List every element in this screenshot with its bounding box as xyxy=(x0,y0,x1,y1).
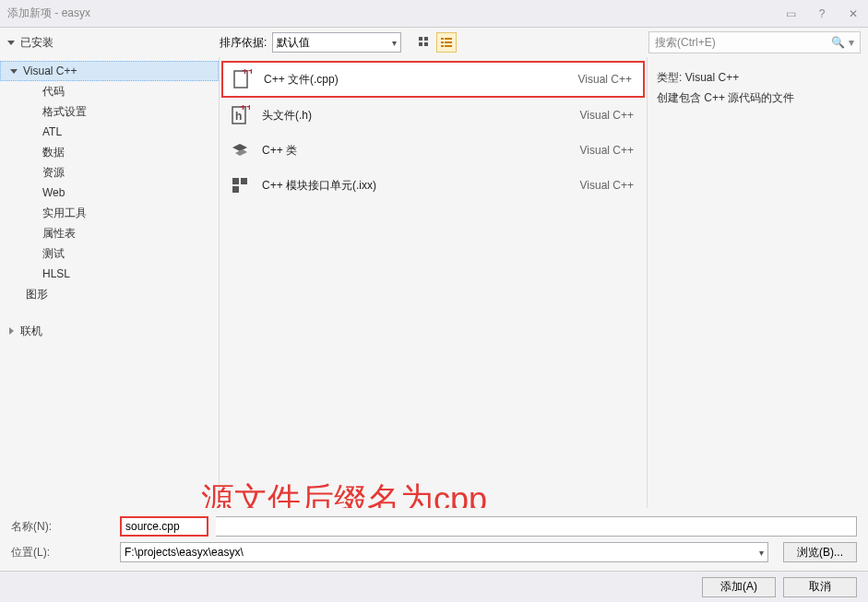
footer: 添加(A) 取消 xyxy=(0,571,868,602)
location-label: 位置(L): xyxy=(11,545,113,561)
cancel-button[interactable]: 取消 xyxy=(783,577,857,597)
tree-node-utility[interactable]: 实用工具 xyxy=(0,203,219,223)
svg-rect-1 xyxy=(424,37,428,41)
item-name: 头文件(.h) xyxy=(262,108,569,124)
svg-rect-5 xyxy=(445,38,452,40)
name-input-ext[interactable] xyxy=(216,516,857,537)
name-input[interactable] xyxy=(120,516,208,537)
tree-node-atl[interactable]: ATL xyxy=(0,122,219,142)
tree-node-data[interactable]: 数据 xyxy=(0,142,219,162)
svg-rect-9 xyxy=(445,45,452,47)
chevron-down-icon: ▾ xyxy=(392,38,397,48)
installed-label: 已安装 xyxy=(20,35,54,51)
svg-rect-15 xyxy=(232,178,239,184)
svg-rect-8 xyxy=(441,45,444,47)
tree-node-property[interactable]: 属性表 xyxy=(0,223,219,243)
name-label: 名称(N): xyxy=(11,519,113,535)
header-file-icon: h++ xyxy=(229,104,251,126)
installed-header[interactable]: 已安装 xyxy=(7,35,220,51)
search-dropdown-icon[interactable]: ▾ xyxy=(849,36,854,49)
grid-icon xyxy=(418,36,431,49)
tree-node-resource[interactable]: 资源 xyxy=(0,162,219,183)
chevron-down-icon xyxy=(10,69,18,74)
list-item-module[interactable]: C++ 模块接口单元(.ixx) Visual C++ xyxy=(221,168,645,203)
tree-node-hlsl[interactable]: HLSL xyxy=(0,264,219,284)
chevron-down-icon: ▾ xyxy=(759,548,764,558)
form-area: 名称(N): 位置(L): F:\projects\easyx\easyx\ ▾… xyxy=(0,508,868,571)
tree-label: 属性表 xyxy=(42,226,76,242)
tree-node-web[interactable]: Web xyxy=(0,183,219,203)
titlebar: 添加新项 - easyx ▭ ? ✕ xyxy=(0,0,868,28)
tree-node-online[interactable]: 联机 xyxy=(0,321,219,341)
template-list: ++ C++ 文件(.cpp) Visual C++ h++ 头文件(.h) V… xyxy=(220,57,647,509)
module-icon xyxy=(229,174,251,196)
chevron-right-icon xyxy=(9,327,14,335)
sidebar: Visual C++ 代码 格式设置 ATL 数据 资源 Web 实用工具 属性… xyxy=(0,57,220,509)
sort-area: 排序依据: 默认值 ▾ xyxy=(220,32,457,53)
browse-button[interactable]: 浏览(B)... xyxy=(783,542,857,562)
item-lang: Visual C++ xyxy=(578,73,632,86)
svg-text:++: ++ xyxy=(242,69,252,77)
tree-label: 格式设置 xyxy=(42,104,87,120)
tree-label: HLSL xyxy=(42,267,70,280)
tree-label: 资源 xyxy=(42,165,65,181)
list-item-cpp-file[interactable]: ++ C++ 文件(.cpp) Visual C++ xyxy=(221,61,645,98)
tree-node-code[interactable]: 代码 xyxy=(0,81,219,101)
tree-node-graphics[interactable]: 图形 xyxy=(0,284,219,304)
svg-rect-0 xyxy=(419,37,422,41)
tree-label: ATL xyxy=(42,125,62,138)
close-icon[interactable]: ✕ xyxy=(846,7,861,20)
tree-label: 数据 xyxy=(42,145,65,160)
toolbar: 已安装 排序依据: 默认值 ▾ 搜索(Ctrl+E) 🔍 ▾ xyxy=(0,28,868,57)
svg-rect-3 xyxy=(424,42,428,46)
list-icon xyxy=(440,36,453,49)
svg-rect-6 xyxy=(441,41,444,43)
svg-rect-17 xyxy=(232,186,239,193)
main-area: Visual C++ 代码 格式设置 ATL 数据 资源 Web 实用工具 属性… xyxy=(0,57,868,509)
cpp-file-icon: ++ xyxy=(231,68,253,90)
sort-select[interactable]: 默认值 ▾ xyxy=(272,32,401,53)
window-title: 添加新项 - easyx xyxy=(7,6,783,21)
restore-icon[interactable]: ▭ xyxy=(783,7,798,20)
type-row: 类型: Visual C++ xyxy=(657,68,859,89)
item-name: C++ 模块接口单元(.ixx) xyxy=(262,178,569,194)
tree-node-visual-cpp[interactable]: Visual C++ xyxy=(0,61,219,81)
item-name: C++ 文件(.cpp) xyxy=(264,72,567,88)
view-list-button[interactable] xyxy=(436,32,457,53)
item-lang: Visual C++ xyxy=(580,109,634,122)
window-buttons: ▭ ? ✕ xyxy=(783,7,861,20)
help-icon[interactable]: ? xyxy=(814,7,829,20)
name-row: 名称(N): xyxy=(11,513,857,539)
type-value: Visual C++ xyxy=(685,71,739,84)
description: 创建包含 C++ 源代码的文件 xyxy=(657,89,859,109)
tree-label: 实用工具 xyxy=(42,206,87,221)
sort-label: 排序依据: xyxy=(220,35,267,51)
tree-label: Web xyxy=(42,186,65,199)
details-pane: 类型: Visual C++ 创建包含 C++ 源代码的文件 xyxy=(647,57,868,509)
list-item-header-file[interactable]: h++ 头文件(.h) Visual C++ xyxy=(221,98,645,133)
item-lang: Visual C++ xyxy=(580,179,634,192)
location-row: 位置(L): F:\projects\easyx\easyx\ ▾ 浏览(B).… xyxy=(11,539,857,565)
search-input[interactable]: 搜索(Ctrl+E) 🔍 ▾ xyxy=(648,31,861,53)
view-grid-button[interactable] xyxy=(414,32,434,53)
class-icon xyxy=(229,139,251,161)
svg-rect-7 xyxy=(445,41,452,43)
view-buttons xyxy=(414,32,457,53)
sort-value: 默认值 xyxy=(277,35,310,51)
tree-node-format[interactable]: 格式设置 xyxy=(0,101,219,122)
svg-rect-16 xyxy=(241,178,247,184)
chevron-down-icon xyxy=(7,41,15,45)
item-name: C++ 类 xyxy=(262,143,569,159)
tree-node-test[interactable]: 测试 xyxy=(0,243,219,264)
search-placeholder: 搜索(Ctrl+E) xyxy=(655,35,716,51)
tree-label: 测试 xyxy=(42,246,65,262)
location-value: F:\projects\easyx\easyx\ xyxy=(125,546,244,559)
svg-rect-2 xyxy=(419,42,422,46)
tree-label: Visual C++ xyxy=(23,65,77,77)
add-button[interactable]: 添加(A) xyxy=(702,577,776,597)
svg-rect-4 xyxy=(441,38,444,40)
svg-text:++: ++ xyxy=(240,105,250,113)
location-combo[interactable]: F:\projects\easyx\easyx\ ▾ xyxy=(120,542,768,562)
tree-label: 图形 xyxy=(26,287,48,302)
list-item-cpp-class[interactable]: C++ 类 Visual C++ xyxy=(221,133,645,168)
